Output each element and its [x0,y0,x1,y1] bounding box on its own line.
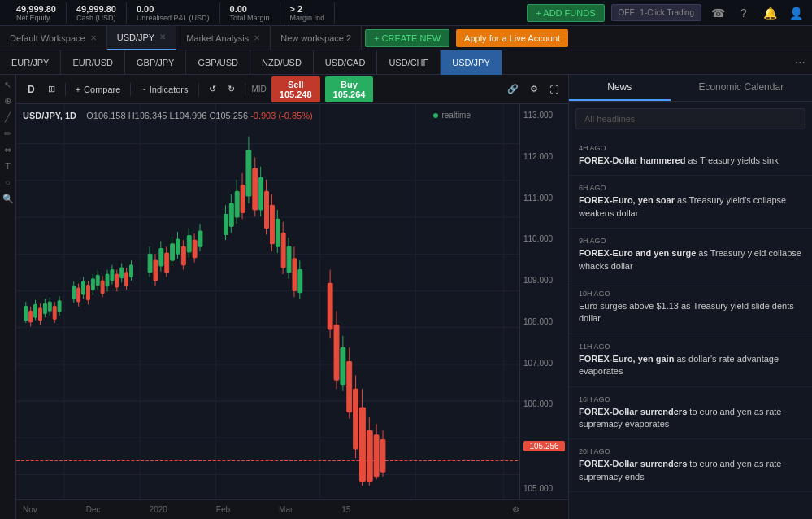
undo-button[interactable]: ↺ [206,82,219,96]
crosshair-tool[interactable]: ⊕ [2,94,15,107]
cursor-tool[interactable]: ↖ [2,78,15,91]
price-106: 106.000 [523,399,565,408]
price-112: 112.000 [523,152,565,161]
news-title-5: FOREX-Dollar surrenders to euro and yen … [579,406,802,431]
tab-default-workspace[interactable]: Default Workspace ✕ [0,26,107,50]
tab-new-workspace-2[interactable]: New workspace 2 [271,26,362,50]
svg-rect-117 [359,408,365,481]
draw-tool[interactable]: ✏ [2,127,15,140]
main-layout: ↖ ⊕ ╱ ✏ ⇔ T ○ 🔍 D ⊞ + Compare ~ Indicato… [0,75,812,519]
more-currencies-button[interactable]: ··· [788,55,812,70]
create-new-button[interactable]: + CREATE NEW [365,29,449,47]
cash-label: Cash (USD) [76,14,116,22]
chart-svg [16,104,519,499]
time-nov: Nov [23,505,37,514]
news-search-bar [569,102,812,136]
svg-rect-65 [165,253,169,273]
price-axis: 113.000 112.000 111.000 110.000 109.000 … [519,104,568,499]
fullscreen-button[interactable]: ⛶ [546,82,562,96]
margin-ind-value: > 2 [290,4,325,14]
trend-tool[interactable]: ╱ [2,111,15,124]
close-usdjpy[interactable]: ✕ [159,33,166,41]
apply-live-button[interactable]: Apply for a Live Account [456,29,568,47]
chart-area: D ⊞ + Compare ~ Indicators ↺ ↻ MID Sell … [16,75,568,519]
time-axis-settings[interactable]: ⚙ [512,505,519,514]
redo-button[interactable]: ↻ [224,82,238,96]
news-title-4: FOREX-Euro, yen gain as dollar's rate ad… [579,353,802,378]
user-icon[interactable]: 👤 [786,3,805,23]
tab-news[interactable]: News [569,75,671,101]
margin-ind-label: Margin Ind [290,14,325,22]
currency-bar: EUR/JPY EUR/USD GBP/JPY GBP/USD NZD/USD … [0,50,812,75]
phone-icon[interactable]: ☎ [708,3,727,23]
measure-tool[interactable]: ⇔ [2,143,15,156]
currency-gbpjpy[interactable]: GBP/JPY [125,50,186,75]
news-time-0: 4H AGO [579,144,802,152]
period-button[interactable]: D [23,82,40,97]
one-click-button[interactable]: OFF 1-Click Trading [611,4,701,21]
currency-usdcad[interactable]: USD/CAD [314,50,378,75]
news-item-1[interactable]: 6H AGO FOREX-Euro, yen soar as Treasury … [569,176,812,229]
time-2020: 2020 [150,505,167,514]
news-time-5: 16H AGO [579,395,802,403]
compare-button[interactable]: + Compare [72,83,124,96]
news-item-6[interactable]: 20H AGO FOREX-Dollar surrenders to euro … [569,439,812,492]
news-item-0[interactable]: 4H AGO FOREX-Dollar hammered as Treasury… [569,136,812,176]
tab-market-analysis[interactable]: Market Analysis ✕ [176,26,271,50]
close-default-workspace[interactable]: ✕ [90,33,97,42]
news-search-input[interactable] [575,108,805,129]
currency-eurjpy[interactable]: EUR/JPY [0,50,61,75]
settings-button[interactable]: ⚙ [527,82,541,96]
currency-nzdusd[interactable]: NZD/USD [250,50,314,75]
stat-net-equity: 49,999.80 Net Equity [7,2,67,24]
currency-eurusd[interactable]: EUR/USD [61,50,125,75]
svg-rect-59 [148,254,152,273]
shape-tool[interactable]: ○ [2,176,15,189]
tab-usdjpy[interactable]: USD/JPY ✕ [107,26,176,50]
toolbar-sep-4 [245,83,245,96]
stat-pnl: 0.00 Unrealised P&L (USD) [127,2,220,24]
zoom-tool[interactable]: 🔍 [2,192,15,205]
time-axis: Nov Dec 2020 Feb Mar 15 ⚙ [16,499,568,519]
news-item-4[interactable]: 11H AGO FOREX-Euro, yen gain as dollar's… [569,334,812,387]
sell-button[interactable]: Sell 105.248 [271,76,320,102]
pnl-value: 0.00 [137,4,210,14]
close-market-analysis[interactable]: ✕ [254,33,260,42]
news-title-0: FOREX-Dollar hammered as Treasury yields… [579,155,802,167]
price-111: 111.000 [523,194,565,203]
price-108: 108.000 [523,317,565,326]
right-panel-tabs: News Economic Calendar [569,75,812,102]
stat-cash: 49,999.80 Cash (USD) [67,2,127,24]
svg-rect-95 [270,205,274,243]
buy-button[interactable]: Buy 105.264 [325,76,374,102]
currency-gbpusd[interactable]: GBP/USD [186,50,250,75]
top-bar: 49,999.80 Net Equity 49,999.80 Cash (USD… [0,0,812,26]
currency-usdjpy[interactable]: USD/JPY [441,50,502,75]
chart-canvas[interactable]: USD/JPY, 1D O106.158 H106.345 L104.996 C… [16,104,519,499]
news-item-5[interactable]: 16H AGO FOREX-Dollar surrenders to euro … [569,387,812,440]
currency-usdchf[interactable]: USD/CHF [377,50,441,75]
news-item-3[interactable]: 10H AGO Euro surges above $1.13 as Treas… [569,281,812,334]
news-time-2: 9H AGO [579,237,802,245]
text-tool[interactable]: T [2,159,15,172]
left-sidebar: ↖ ⊕ ╱ ✏ ⇔ T ○ 🔍 [0,75,16,519]
tab-economic-calendar[interactable]: Economic Calendar [671,75,812,101]
news-item-2[interactable]: 9H AGO FOREX-Euro and yen surge as Treas… [569,229,812,281]
news-time-6: 20H AGO [579,447,802,456]
svg-rect-63 [159,248,163,265]
notification-icon[interactable]: 🔔 [760,3,779,23]
net-equity-value: 49,999.80 [16,4,56,14]
link-button[interactable]: 🔗 [504,82,522,96]
svg-rect-99 [281,233,285,268]
svg-rect-67 [171,244,175,260]
ohlc-button[interactable]: ⊞ [45,82,59,96]
svg-rect-69 [176,239,180,254]
time-mar: Mar [279,505,293,514]
indicators-button[interactable]: ~ Indicators [137,83,191,96]
toolbar-sep-2 [130,83,131,96]
add-funds-button[interactable]: + ADD FUNDS [527,4,604,22]
price-113: 113.000 [523,111,565,120]
help-icon[interactable]: ? [734,3,753,23]
right-panel: News Economic Calendar 4H AGO FOREX-Doll… [568,75,812,519]
svg-rect-79 [224,215,228,235]
